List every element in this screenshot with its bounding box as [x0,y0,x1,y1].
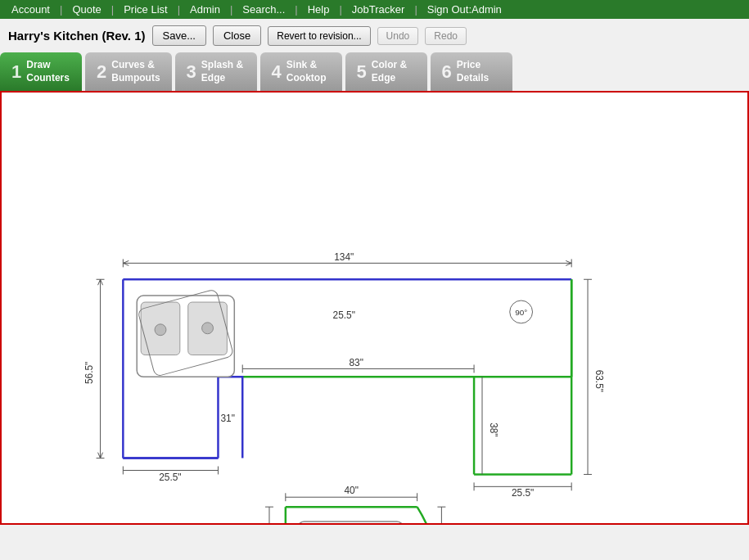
step-num-6: 6 [442,63,452,81]
canvas-area[interactable]: 134" 56.5" 25.5" 63.5" 83" 38" [0,91,749,525]
step-num-4: 4 [272,63,282,81]
step-label-2: Curves &Bumpouts [111,59,160,84]
step-num-3: 3 [187,63,196,81]
tab-splash-edge[interactable]: 3 Splash &Edge [175,52,257,91]
title-bar: Harry's Kitchen (Rev. 1) Save... Close R… [0,19,749,52]
svg-point-47 [155,324,166,336]
top-nav: Account | Quote | Price List | Admin | S… [0,0,749,19]
tab-color-edge[interactable]: 5 Color &Edge [345,52,427,91]
dim-top-right: 25.5" [333,309,355,321]
dim-island-top: 40" [344,485,358,496]
close-button[interactable]: Close [213,25,261,46]
step-num-5: 5 [357,63,367,81]
page-title: Harry's Kitchen (Rev. 1) [8,29,146,43]
tab-sink-cooktop[interactable]: 4 Sink &Cooktop [260,52,342,91]
step-label-1: DrawCounters [26,59,70,84]
undo-button[interactable]: Undo [377,27,419,45]
angle-right: 90° [515,308,527,317]
kitchen-drawing: 134" 56.5" 25.5" 63.5" 83" 38" [2,93,747,523]
nav-quote[interactable]: Quote [67,3,106,16]
dim-inner-vert: 38" [488,422,499,436]
dim-bottom-right: 25.5" [512,487,534,499]
dim-left: 56.5" [83,362,95,384]
save-button[interactable]: Save... [152,25,206,46]
dim-right: 63.5" [593,370,605,392]
svg-rect-50 [298,522,404,523]
dim-top: 134" [334,252,354,264]
step-label-6: PriceDetails [457,59,489,84]
redo-button[interactable]: Redo [425,27,467,45]
revert-button[interactable]: Revert to revision... [268,26,370,46]
step-label-3: Splash &Edge [201,59,243,84]
nav-admin[interactable]: Admin [185,3,225,16]
dim-inner-horiz: 83" [349,358,363,369]
nav-signout[interactable]: Sign Out:Admin [422,3,507,16]
nav-search[interactable]: Search... [237,3,290,16]
step-label-5: Color &Edge [372,59,407,84]
nav-pricelist[interactable]: Price List [119,3,172,16]
svg-point-48 [202,323,214,334]
step-num-2: 2 [97,63,106,81]
nav-account[interactable]: Account [7,3,55,16]
dim-bottom-left: 25.5" [159,472,181,484]
step-num-1: 1 [11,63,21,81]
tab-price-details[interactable]: 6 PriceDetails [431,52,512,91]
dim-bumpout: 31" [220,413,234,424]
nav-jobtracker[interactable]: JobTracker [347,3,410,16]
step-tabs: 1 DrawCounters 2 Curves &Bumpouts 3 Spla… [0,52,749,91]
step-label-4: Sink &Cooktop [287,59,327,84]
tab-curves-bumpouts[interactable]: 2 Curves &Bumpouts [85,52,172,91]
nav-help[interactable]: Help [303,3,335,16]
tab-draw-counters[interactable]: 1 DrawCounters [0,52,82,91]
